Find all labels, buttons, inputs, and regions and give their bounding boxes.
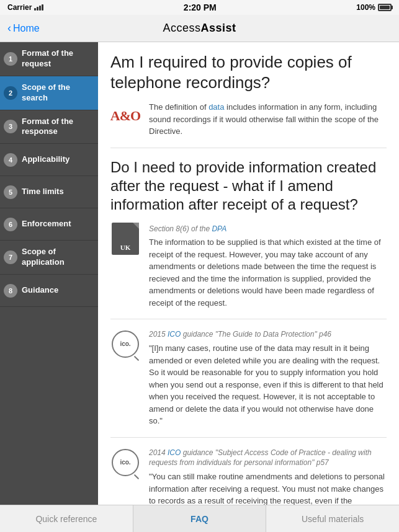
answer-1-text: The definition of data includes informat… [149, 101, 387, 138]
tab-quick-reference[interactable]: Quick reference [0, 505, 133, 532]
status-bar: Carrier 2:20 PM 100% [0, 0, 399, 15]
answer-2c-block: ico. 2014 ICO guidance "Subject Access C… [110, 448, 387, 505]
answer-2c-content: 2014 ICO guidance "Subject Access Code o… [149, 448, 387, 505]
answer-2b-content: 2015 ICO guidance "The Guide to Data Pro… [149, 329, 387, 427]
tab-useful-materials-label: Useful materials [302, 514, 364, 524]
home-label[interactable]: Home [13, 23, 40, 34]
sidebar-label-1: Format of the request [22, 48, 93, 69]
answer-2a-content: Section 8(6) of the DPA The information … [149, 224, 387, 309]
answer-2b-source: 2015 ICO guidance "The Guide to Data Pro… [149, 329, 387, 340]
ico-link-2[interactable]: ICO [168, 448, 181, 457]
data-link[interactable]: data [208, 102, 224, 112]
battery-text: 100% [356, 3, 375, 12]
tab-faq[interactable]: FAQ [133, 505, 267, 532]
sidebar-label-8: Guidance [22, 285, 58, 296]
answer-2a-text: The information to be supplied is that w… [149, 236, 387, 309]
answer-2c-source: 2014 ICO guidance "Subject Access Code o… [149, 448, 387, 469]
status-left: Carrier [7, 3, 43, 12]
app-title: AccessAssist [163, 22, 236, 35]
uk-doc-icon: UK [110, 224, 140, 254]
sidebar-label-7: Scope of application [22, 247, 93, 268]
back-chevron-icon: ‹ [7, 22, 11, 35]
sidebar-item-6[interactable]: 6 Enforcement [0, 208, 98, 241]
main-layout: 1 Format of the request 2 Scope of the s… [0, 42, 399, 505]
answer-2a-source: Section 8(6) of the DPA [149, 224, 387, 234]
sidebar-num-3: 3 [4, 120, 17, 133]
sidebar-num-8: 8 [4, 284, 17, 298]
answer-2c-text: "You can still make routine amendments a… [149, 471, 387, 505]
sidebar-label-3: Format of the response [22, 117, 93, 138]
sidebar-item-4[interactable]: 4 Applicability [0, 144, 98, 176]
sidebar-label-6: Enforcement [22, 219, 71, 229]
tab-quick-reference-label: Quick reference [35, 514, 97, 524]
question-2-title: Do I need to provide information created… [110, 158, 387, 214]
ico-icon-1: ico. [110, 329, 140, 359]
time-display: 2:20 PM [184, 2, 217, 12]
tab-useful-materials[interactable]: Useful materials [266, 505, 399, 532]
sidebar-item-3[interactable]: 3 Format of the response [0, 110, 98, 144]
tab-bar: Quick reference FAQ Useful materials [0, 505, 399, 532]
carrier-text: Carrier [7, 3, 32, 12]
sidebar-num-7: 7 [4, 250, 17, 264]
sidebar-item-5[interactable]: 5 Time limits [0, 176, 98, 208]
sidebar-num-5: 5 [4, 185, 17, 199]
dpa-link[interactable]: DPA [212, 224, 226, 233]
sidebar: 1 Format of the request 2 Scope of the s… [0, 42, 98, 505]
sidebar-item-2[interactable]: 2 Scope of the search [0, 76, 98, 110]
answer-2a-block: UK Section 8(6) of the DPA The informati… [110, 224, 387, 320]
title-regular: Access [163, 22, 200, 34]
sidebar-item-7[interactable]: 7 Scope of application [0, 241, 98, 275]
sidebar-num-2: 2 [4, 86, 17, 100]
ao-logo-icon: A&O [110, 101, 140, 131]
sidebar-label-2: Scope of the search [22, 82, 93, 104]
content-area: Am I required to provide copies of telep… [98, 42, 399, 505]
ao-logo-text: A&O [110, 108, 140, 124]
home-button[interactable]: ‹ Home [7, 22, 40, 35]
app-header: ‹ Home AccessAssist [0, 15, 399, 42]
battery-icon [378, 4, 392, 11]
tab-faq-label: FAQ [191, 514, 208, 524]
answer-1-pre: The definition of [149, 102, 208, 112]
sidebar-num-1: 1 [4, 52, 17, 66]
status-right: 100% [356, 3, 392, 12]
question-1-title: Am I required to provide copies of telep… [110, 52, 387, 92]
answer-1-block: A&O The definition of data includes info… [110, 101, 387, 148]
uk-doc-label: UK [120, 244, 131, 251]
sidebar-item-8[interactable]: 8 Guidance [0, 275, 98, 307]
answer-2b-text: "[I]n many cases, routine use of the dat… [149, 342, 387, 427]
ico-icon-2: ico. [110, 448, 140, 477]
answer-2b-block: ico. 2015 ICO guidance "The Guide to Dat… [110, 329, 387, 437]
sidebar-item-1[interactable]: 1 Format of the request [0, 42, 98, 76]
wifi-icon [34, 4, 43, 11]
ico-link-1[interactable]: ICO [168, 330, 181, 339]
sidebar-num-6: 6 [4, 218, 17, 231]
sidebar-label-4: Applicability [22, 154, 69, 165]
sidebar-label-5: Time limits [22, 187, 64, 197]
title-bold: Assist [201, 22, 236, 34]
sidebar-num-4: 4 [4, 153, 17, 167]
